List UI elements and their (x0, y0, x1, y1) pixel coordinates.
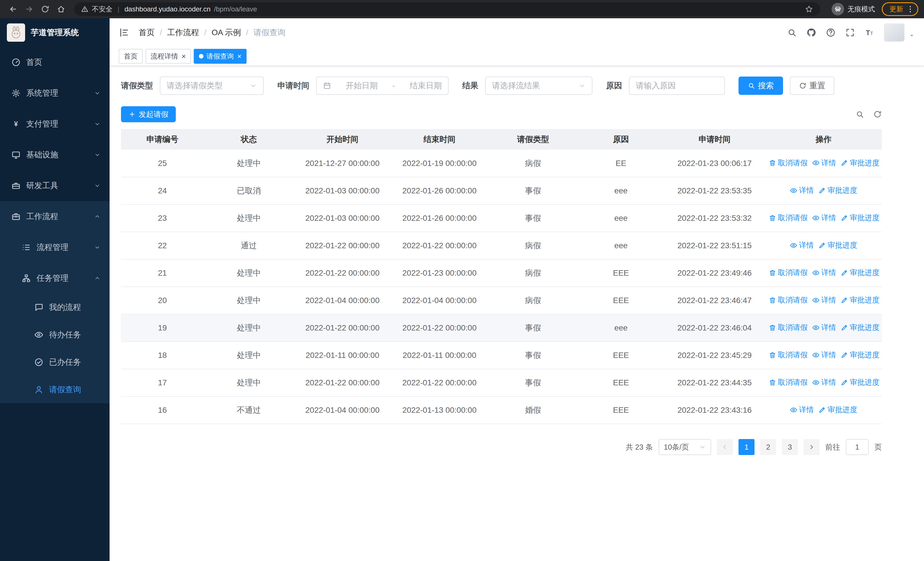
action-detail-link[interactable]: 详情 (790, 185, 814, 196)
cell-applied: 2022-01-22 23:46:04 (664, 314, 765, 341)
home-button[interactable] (54, 2, 69, 17)
page-button-1[interactable]: 1 (738, 439, 754, 455)
github-icon[interactable] (806, 28, 816, 38)
result-select[interactable]: 请选择流结果 (485, 77, 592, 95)
page-button-3[interactable]: 3 (782, 439, 798, 455)
action-detail-link[interactable]: 详情 (790, 405, 814, 415)
action-cancel-link[interactable]: 取消请假 (769, 350, 808, 360)
edit-icon (841, 324, 848, 331)
breadcrumb-item[interactable]: OA 示例 (212, 27, 241, 38)
action-detail-link[interactable]: 详情 (812, 350, 836, 360)
reset-button[interactable]: 重置 (790, 77, 834, 95)
browser-menu-icon[interactable] (906, 5, 915, 14)
prev-page-button[interactable] (717, 439, 733, 455)
update-button[interactable]: 更新 (882, 2, 918, 16)
action-detail-link[interactable]: 详情 (812, 158, 836, 168)
page-size-select[interactable]: 10条/页 (658, 439, 711, 455)
address-bar[interactable]: 不安全 | dashboard.yudao.iocoder.cn/bpm/oa/… (74, 2, 820, 16)
filter-form: 请假类型 请选择请假类型 申请时间 开始日期 - 结束日期 (121, 77, 882, 95)
action-progress-link[interactable]: 审批进度 (841, 213, 879, 223)
search-button[interactable]: 搜索 (738, 77, 783, 95)
search-icon[interactable] (787, 28, 797, 38)
sidebar-item-payment[interactable]: ¥支付管理 (0, 108, 110, 139)
eye-icon (812, 214, 819, 222)
action-cancel-link[interactable]: 取消请假 (769, 158, 808, 168)
close-tab-icon[interactable]: × (237, 53, 242, 60)
forward-button[interactable] (22, 2, 36, 17)
sidebar-item-process-mgmt[interactable]: 流程管理 (0, 232, 110, 263)
sidebar-item-devtools[interactable]: 研发工具 (0, 170, 110, 201)
action-progress-link[interactable]: 审批进度 (818, 405, 857, 415)
refresh-table-icon[interactable] (873, 110, 882, 119)
sidebar-item-leave-query[interactable]: 请假查询 (0, 376, 110, 403)
incognito-icon (831, 3, 844, 15)
action-progress-link[interactable]: 审批进度 (841, 268, 879, 278)
action-detail-link[interactable]: 详情 (812, 322, 836, 332)
sidebar-item-todo-task[interactable]: 待办任务 (0, 321, 110, 349)
fullscreen-icon[interactable] (845, 28, 855, 38)
breadcrumb-item[interactable]: 工作流程 (167, 27, 199, 38)
reload-button[interactable] (38, 2, 52, 17)
avatar-caret-icon[interactable] (909, 33, 915, 39)
action-cancel-link[interactable]: 取消请假 (769, 268, 808, 278)
cell-type: 婚假 (488, 397, 578, 424)
reason-input[interactable] (629, 77, 725, 95)
chevron-up-icon (94, 214, 100, 220)
action-cancel-link[interactable]: 取消请假 (769, 322, 808, 332)
help-icon[interactable] (826, 28, 836, 38)
bookmark-star-icon[interactable] (805, 5, 813, 14)
sidebar-item-task-mgmt[interactable]: 任务管理 (0, 263, 110, 294)
collapse-sidebar-icon[interactable] (119, 27, 129, 38)
back-button[interactable] (6, 2, 21, 17)
cell-reason: EEE (578, 287, 664, 314)
sidebar-item-home[interactable]: 首页 (0, 47, 110, 78)
cell-start: 2022-01-04 00:00:00 (294, 287, 391, 314)
apply-time-label: 申请时间 (278, 80, 309, 91)
page-button-2[interactable]: 2 (760, 439, 776, 455)
action-cancel-link[interactable]: 取消请假 (769, 213, 808, 223)
sidebar-item-workflow[interactable]: 工作流程 (0, 201, 110, 232)
tab-请假查询[interactable]: 请假查询× (194, 49, 246, 64)
cell-actions: 取消请假详情审批进度 (765, 259, 882, 287)
sidebar-item-system[interactable]: 系统管理 (0, 78, 110, 108)
action-detail-link[interactable]: 详情 (812, 213, 836, 223)
cell-start: 2022-01-22 00:00:00 (294, 314, 391, 341)
security-label[interactable]: 不安全 (92, 5, 112, 14)
avatar[interactable] (884, 23, 904, 42)
toggle-search-icon[interactable] (855, 110, 864, 119)
search-icon (748, 82, 755, 89)
action-detail-link[interactable]: 详情 (812, 295, 836, 305)
action-progress-link[interactable]: 审批进度 (818, 240, 857, 250)
tab-首页[interactable]: 首页 (119, 49, 142, 64)
sidebar-item-my-process[interactable]: 我的流程 (0, 294, 110, 321)
cell-status: 处理中 (204, 150, 294, 177)
next-page-button[interactable] (804, 439, 819, 455)
sidebar-item-infra[interactable]: 基础设施 (0, 139, 110, 170)
action-detail-link[interactable]: 详情 (812, 378, 836, 387)
action-progress-link[interactable]: 审批进度 (841, 295, 879, 305)
sidebar-item-done-task[interactable]: 已办任务 (0, 349, 110, 376)
breadcrumb-item[interactable]: 首页 (139, 27, 154, 38)
chevron-down-icon (699, 444, 706, 450)
action-cancel-link[interactable]: 取消请假 (769, 295, 808, 305)
action-detail-link[interactable]: 详情 (812, 268, 836, 278)
action-progress-link[interactable]: 审批进度 (841, 378, 879, 387)
apply-time-range-picker[interactable]: 开始日期 - 结束日期 (316, 77, 448, 95)
close-tab-icon[interactable]: × (182, 53, 186, 60)
action-progress-link[interactable]: 审批进度 (841, 322, 879, 332)
action-cancel-link[interactable]: 取消请假 (769, 378, 808, 387)
cell-end: 2022-01-22 00:00:00 (391, 369, 488, 397)
action-progress-link[interactable]: 审批进度 (841, 158, 879, 168)
goto-page-input[interactable] (846, 439, 868, 455)
leave-type-select[interactable]: 请选择请假类型 (160, 77, 264, 95)
action-progress-link[interactable]: 审批进度 (818, 185, 857, 196)
tab-流程详情[interactable]: 流程详情× (146, 49, 191, 64)
action-detail-link[interactable]: 详情 (790, 240, 814, 250)
font-size-icon[interactable]: TT (865, 28, 874, 38)
result-label: 结果 (462, 80, 478, 91)
sidebar: 芋道管理系统 首页系统管理¥支付管理基础设施研发工具工作流程流程管理任务管理我的… (0, 18, 110, 561)
create-leave-button[interactable]: 发起请假 (121, 106, 176, 122)
table-body: 25处理中2021-12-27 00:00:002022-01-19 00:00… (121, 150, 882, 424)
plus-icon (128, 111, 136, 118)
action-progress-link[interactable]: 审批进度 (841, 350, 879, 360)
